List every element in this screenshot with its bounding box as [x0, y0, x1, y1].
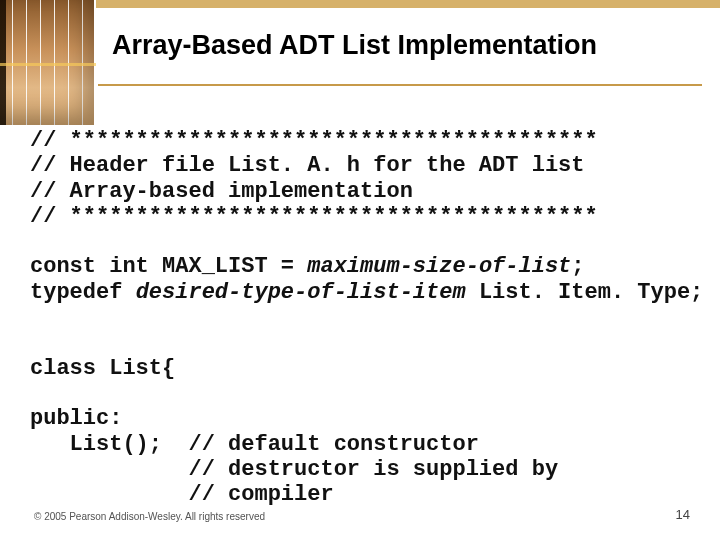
code-line: // *************************************… — [30, 128, 598, 153]
code-line: public: — [30, 406, 122, 431]
top-accent-bar — [96, 0, 720, 8]
slide-title: Array-Based ADT List Implementation — [112, 30, 597, 61]
code-line: // compiler — [30, 482, 334, 507]
page-number: 14 — [676, 507, 690, 522]
code-line: ; — [571, 254, 584, 279]
photo-accent-line — [0, 63, 96, 66]
code-line: class List{ — [30, 356, 175, 381]
code-placeholder: desired-type-of-list-item — [136, 280, 466, 305]
code-placeholder: maximum-size-of-list — [307, 254, 571, 279]
code-line: List. Item. Type; — [466, 280, 704, 305]
slide: Array-Based ADT List Implementation // *… — [0, 0, 720, 540]
code-line: // *************************************… — [30, 204, 598, 229]
code-block: // *************************************… — [30, 128, 703, 507]
code-line: List(); // default constructor — [30, 432, 479, 457]
code-line: typedef — [30, 280, 136, 305]
code-line: // Array-based implementation — [30, 179, 413, 204]
copyright-footer: © 2005 Pearson Addison-Wesley. All right… — [34, 511, 265, 522]
code-line: const int MAX_LIST = — [30, 254, 307, 279]
code-line: // destructor is supplied by — [30, 457, 558, 482]
code-line: // Header file List. A. h for the ADT li… — [30, 153, 585, 178]
title-underline — [98, 84, 702, 86]
